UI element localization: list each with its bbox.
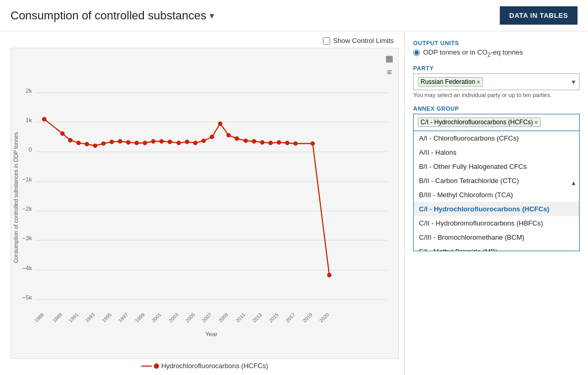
svg-point-48	[151, 139, 155, 143]
dropdown-item-6[interactable]: C/II - Hydrobromofluorocarbons (HBFCs)	[414, 216, 579, 230]
svg-point-61	[260, 140, 264, 144]
page-title: Consumption of controlled substances ▾	[10, 9, 214, 23]
dropdown-item-1[interactable]: A/II - Halons	[414, 145, 579, 159]
odp-radio-input[interactable]	[413, 49, 420, 56]
annex-group-section: ANNEX GROUP C/I - Hydrochlorofluorocarbo…	[413, 105, 580, 251]
chart-dots	[42, 117, 331, 277]
svg-text:1993: 1993	[84, 312, 96, 324]
svg-text:2001: 2001	[150, 312, 162, 324]
odp-radio-label: ODP tonnes or in CO2-eq tonnes	[423, 48, 523, 58]
chart-wrapper: ▦ ≡ 2k 1k 0 −1k −2k −3k −4k −5k Consumpt…	[10, 48, 399, 359]
party-tag-text: Russian Federation	[421, 78, 475, 85]
svg-text:2007: 2007	[201, 312, 213, 324]
svg-point-45	[126, 140, 130, 144]
chart-svg: 2k 1k 0 −1k −2k −3k −4k −5k Consumption …	[11, 48, 398, 358]
annex-select-arrow: ▴	[572, 178, 575, 187]
party-hint: You may select an individual party or up…	[413, 92, 580, 98]
table-icon: ▦	[385, 54, 393, 63]
svg-text:1k: 1k	[26, 117, 32, 123]
page-header: Consumption of controlled substances ▾ D…	[0, 0, 588, 31]
chart-controls: Show Control Limits	[10, 37, 399, 45]
hamburger-icon: ≡	[387, 68, 392, 77]
svg-text:0: 0	[29, 146, 32, 153]
dropdown-item-5[interactable]: C/I - Hydrochlorofluorocarbons (HCFCs)	[414, 202, 579, 216]
svg-point-50	[167, 140, 172, 144]
svg-point-38	[68, 138, 72, 142]
svg-point-53	[193, 141, 197, 145]
annex-tag-remove[interactable]: ×	[534, 119, 538, 125]
svg-point-41	[93, 144, 97, 148]
chart-legend: Hydrochlorofluorocarbons (HCFCs)	[10, 362, 399, 370]
output-units-section: OUTPUT UNITS ODP tonnes or in CO2-eq ton…	[413, 40, 580, 58]
svg-point-52	[185, 140, 189, 144]
svg-point-40	[85, 142, 89, 146]
svg-text:2019: 2019	[301, 312, 313, 324]
show-control-limits-label[interactable]: Show Control Limits	[323, 37, 394, 45]
party-select-box[interactable]: Russian Federation ×	[413, 73, 580, 90]
show-control-limits-checkbox[interactable]	[323, 37, 330, 45]
svg-text:1999: 1999	[134, 312, 146, 324]
svg-point-55	[209, 135, 214, 139]
svg-text:1997: 1997	[117, 312, 129, 324]
svg-point-59	[244, 138, 248, 143]
svg-text:2009: 2009	[217, 312, 229, 324]
svg-point-44	[118, 139, 122, 143]
svg-point-67	[327, 273, 331, 277]
odp-radio-group: ODP tonnes or in CO2-eq tonnes	[413, 48, 580, 58]
dropdown-item-4[interactable]: B/III - Methyl Chloroform (TCA)	[414, 188, 579, 202]
legend-item: Hydrochlorofluorocarbons (HCFCs)	[141, 362, 268, 370]
svg-point-66	[310, 141, 314, 145]
annex-tag-text: C/I - Hydrochlorofluorocarbons (HCFCs)	[421, 119, 533, 126]
svg-text:Consumption of controlled subs: Consumption of controlled substances in …	[13, 132, 19, 263]
svg-point-39	[76, 141, 80, 145]
svg-text:2k: 2k	[26, 88, 32, 94]
svg-text:−4k: −4k	[22, 265, 32, 271]
svg-point-46	[134, 141, 139, 145]
svg-point-63	[277, 140, 281, 144]
svg-text:2003: 2003	[167, 312, 180, 324]
dropdown-item-7[interactable]: C/III - Bromochloromethane (BCM)	[414, 230, 579, 244]
svg-point-47	[143, 141, 147, 145]
svg-text:2017: 2017	[285, 312, 297, 324]
party-tag: Russian Federation ×	[418, 77, 483, 87]
annex-dropdown-list: A/I - Chlorofluorocarbons (CFCs) A/II - …	[413, 131, 580, 251]
title-text: Consumption of controlled substances	[10, 9, 206, 23]
svg-text:2013: 2013	[251, 312, 263, 324]
svg-text:1986: 1986	[33, 312, 45, 324]
title-chevron[interactable]: ▾	[209, 10, 214, 22]
dropdown-item-8[interactable]: E/I - Methyl Bromide (MB)	[414, 244, 579, 251]
chart-icons: ▦ ≡	[384, 52, 394, 78]
svg-text:2015: 2015	[268, 312, 280, 324]
dropdown-item-0[interactable]: A/I - Chlorofluorocarbons (CFCs)	[414, 131, 579, 145]
svg-point-51	[176, 141, 181, 145]
party-tag-remove[interactable]: ×	[477, 79, 480, 85]
svg-point-37	[60, 131, 65, 135]
svg-point-43	[110, 140, 114, 144]
annex-group-label: ANNEX GROUP	[413, 105, 580, 112]
show-control-limits-text: Show Control Limits	[333, 37, 394, 45]
table-view-icon-button[interactable]: ▦	[384, 52, 394, 65]
svg-text:2011: 2011	[235, 312, 247, 324]
party-select: Russian Federation × ▾	[413, 73, 580, 90]
party-select-arrow: ▾	[572, 78, 575, 86]
legend-dot	[154, 363, 159, 369]
svg-point-49	[160, 139, 164, 143]
data-in-tables-button[interactable]: DATA IN TABLES	[500, 6, 578, 25]
svg-point-65	[293, 141, 298, 145]
svg-text:Year: Year	[205, 331, 218, 337]
svg-text:1991: 1991	[67, 312, 79, 324]
party-label: PARTY	[413, 65, 580, 71]
annex-select-box[interactable]: C/I - Hydrochlorofluorocarbons (HCFCs) ×…	[413, 114, 580, 131]
legend-label: Hydrochlorofluorocarbons (HCFCs)	[161, 362, 268, 370]
svg-text:2005: 2005	[184, 312, 196, 324]
svg-text:−5k: −5k	[22, 294, 32, 301]
dropdown-item-2[interactable]: B/I - Other Fully Halogenated CFCs	[414, 159, 579, 174]
main-content: Show Control Limits ▦ ≡ 2k 1k 0 −1k −2k	[0, 31, 588, 375]
chart-area: Show Control Limits ▦ ≡ 2k 1k 0 −1k −2k	[0, 31, 404, 375]
dropdown-item-3[interactable]: B/II - Carbon Tetrachloride (CTC)	[414, 174, 579, 188]
svg-point-54	[202, 138, 206, 143]
legend-dash	[141, 366, 152, 367]
svg-text:2020: 2020	[318, 312, 330, 324]
annex-tag: C/I - Hydrochlorofluorocarbons (HCFCs) ×	[418, 117, 541, 127]
hamburger-menu-button[interactable]: ≡	[384, 67, 394, 78]
